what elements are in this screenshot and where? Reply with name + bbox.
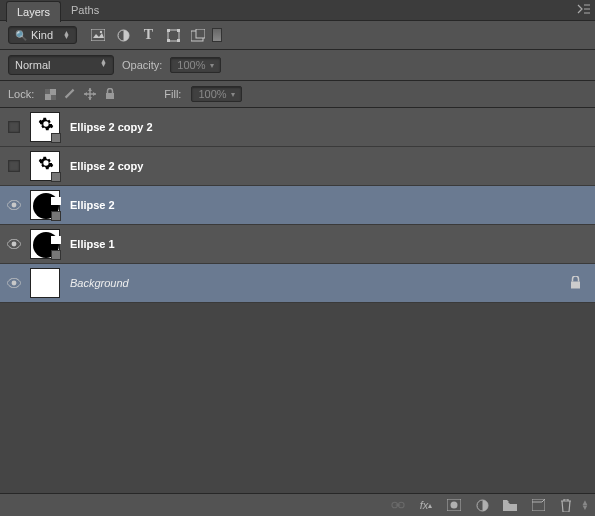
visibility-toggle[interactable] <box>0 121 28 133</box>
chevron-down-icon: ▾ <box>210 61 214 70</box>
svg-point-15 <box>12 242 17 247</box>
layer-thumbnail[interactable] <box>30 112 60 142</box>
new-fill-icon[interactable] <box>475 498 489 512</box>
layer-name[interactable]: Ellipse 2 copy <box>70 160 143 172</box>
layer-row[interactable]: Ellipse 1 <box>0 225 595 264</box>
filter-shape-icon[interactable] <box>166 28 181 43</box>
fill-value: 100% <box>198 88 226 100</box>
layer-thumbnail[interactable] <box>30 229 60 259</box>
tab-layers[interactable]: Layers <box>6 1 61 22</box>
blend-toolbar: Normal ▲▼ Opacity: 100%▾ <box>0 50 595 81</box>
svg-rect-6 <box>167 39 170 42</box>
visibility-toggle[interactable] <box>0 239 28 249</box>
svg-rect-0 <box>91 29 105 41</box>
updown-icon: ▲▼ <box>100 59 107 71</box>
lock-all-icon[interactable] <box>104 88 116 100</box>
lock-transparency-icon[interactable] <box>44 88 56 100</box>
link-layers-icon[interactable] <box>391 498 405 512</box>
layer-row[interactable]: Ellipse 2 copy <box>0 147 595 186</box>
fill-label: Fill: <box>164 88 181 100</box>
lock-icon[interactable] <box>570 276 581 291</box>
lock-position-icon[interactable] <box>84 88 96 100</box>
filter-adjust-icon[interactable] <box>116 28 131 43</box>
lock-label: Lock: <box>8 88 34 100</box>
svg-rect-9 <box>196 29 205 38</box>
new-layer-icon[interactable] <box>531 498 545 512</box>
visibility-toggle[interactable] <box>0 160 28 172</box>
layer-row[interactable]: Ellipse 2 copy 2 <box>0 108 595 147</box>
svg-rect-17 <box>571 281 580 288</box>
opacity-value: 100% <box>177 59 205 71</box>
svg-point-19 <box>451 502 458 509</box>
new-group-icon[interactable] <box>503 498 517 512</box>
filter-pixel-icon[interactable] <box>91 28 106 43</box>
fx-icon[interactable]: fx▴ <box>419 498 433 512</box>
lock-pixels-icon[interactable] <box>64 88 76 100</box>
svg-point-14 <box>12 203 17 208</box>
opacity-input[interactable]: 100%▾ <box>170 57 220 73</box>
updown-icon: ▲▼ <box>63 31 70 39</box>
layer-name[interactable]: Ellipse 2 copy 2 <box>70 121 153 133</box>
resize-grip-icon[interactable]: ▲▼ <box>581 500 589 510</box>
lock-toolbar: Lock: Fill: 100%▾ <box>0 81 595 108</box>
svg-point-1 <box>100 31 102 33</box>
panel-footer: fx▴ ▲▼ <box>0 493 595 516</box>
blend-mode-dropdown[interactable]: Normal ▲▼ <box>8 55 114 75</box>
opacity-label: Opacity: <box>122 59 162 71</box>
layer-row[interactable]: Background <box>0 264 595 303</box>
tab-paths[interactable]: Paths <box>61 0 109 20</box>
chevron-down-icon: ▾ <box>231 90 235 99</box>
filter-toggle-swatch[interactable] <box>212 28 222 42</box>
flyout-menu-icon[interactable] <box>577 4 591 14</box>
delete-layer-icon[interactable] <box>559 498 573 512</box>
svg-rect-5 <box>177 29 180 32</box>
svg-rect-7 <box>177 39 180 42</box>
filter-kind-label: Kind <box>31 29 53 41</box>
svg-rect-12 <box>51 95 56 100</box>
layer-name[interactable]: Background <box>70 277 129 289</box>
visibility-toggle[interactable] <box>0 200 28 210</box>
layer-thumbnail[interactable] <box>30 151 60 181</box>
fill-input[interactable]: 100%▾ <box>191 86 241 102</box>
mask-icon[interactable] <box>447 498 461 512</box>
filter-type-icon[interactable]: T <box>141 28 156 43</box>
layer-thumbnail[interactable] <box>30 190 60 220</box>
visibility-toggle[interactable] <box>0 278 28 288</box>
layers-list: Ellipse 2 copy 2Ellipse 2 copyEllipse 2E… <box>0 108 595 493</box>
layer-name[interactable]: Ellipse 1 <box>70 238 115 250</box>
blend-mode-value: Normal <box>15 59 50 71</box>
svg-rect-11 <box>45 89 50 94</box>
layer-thumbnail[interactable] <box>30 268 60 298</box>
filter-kind-dropdown[interactable]: 🔍 Kind ▲▼ <box>8 26 77 44</box>
panel-tabs: Layers Paths <box>0 0 595 21</box>
filter-toolbar: 🔍 Kind ▲▼ T <box>0 21 595 50</box>
svg-rect-4 <box>167 29 170 32</box>
layer-name[interactable]: Ellipse 2 <box>70 199 115 211</box>
svg-rect-13 <box>106 93 114 99</box>
filter-smartobject-icon[interactable] <box>191 28 206 43</box>
search-icon: 🔍 <box>15 30 27 41</box>
layer-row[interactable]: Ellipse 2 <box>0 186 595 225</box>
svg-point-16 <box>12 281 17 286</box>
